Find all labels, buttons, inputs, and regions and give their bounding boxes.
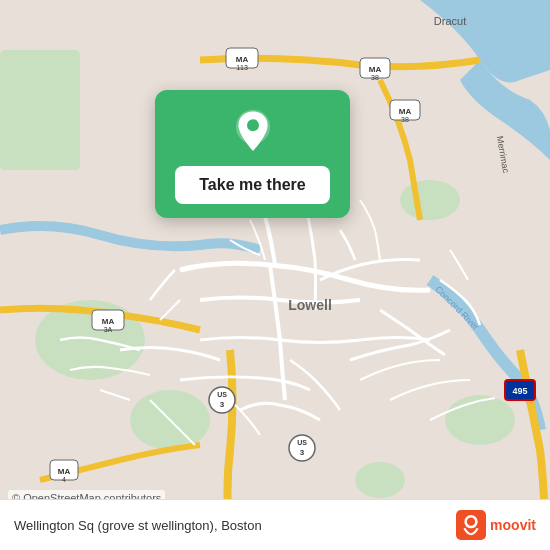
svg-point-6: [355, 462, 405, 498]
svg-text:3: 3: [220, 400, 225, 409]
svg-text:495: 495: [512, 386, 527, 396]
moovit-icon: [456, 510, 486, 540]
svg-text:US: US: [297, 439, 307, 446]
take-me-there-button[interactable]: Take me there: [175, 166, 330, 204]
map-container: MA 113 MA 38 MA 38 MA 3A US 3 US 3 MA 4 …: [0, 0, 550, 550]
svg-text:MA: MA: [236, 55, 249, 64]
popup-card: Take me there: [155, 90, 350, 218]
svg-text:MA: MA: [58, 467, 71, 476]
svg-text:113: 113: [236, 64, 248, 71]
svg-point-38: [467, 518, 475, 526]
pin-icon: [229, 108, 277, 156]
svg-rect-4: [0, 50, 80, 170]
svg-point-35: [247, 119, 259, 131]
svg-text:38: 38: [401, 116, 409, 123]
svg-text:4: 4: [62, 476, 66, 483]
svg-point-5: [445, 395, 515, 445]
svg-text:MA: MA: [369, 65, 382, 74]
svg-text:MA: MA: [399, 107, 412, 116]
svg-point-3: [400, 180, 460, 220]
svg-text:3: 3: [300, 448, 305, 457]
svg-text:Dracut: Dracut: [434, 15, 466, 27]
location-label: Wellington Sq (grove st wellington), Bos…: [14, 518, 262, 533]
svg-text:MA: MA: [102, 317, 115, 326]
svg-text:3A: 3A: [104, 326, 113, 333]
svg-text:38: 38: [371, 74, 379, 81]
svg-text:US: US: [217, 391, 227, 398]
bottom-bar: Wellington Sq (grove st wellington), Bos…: [0, 499, 550, 550]
moovit-text: moovit: [490, 517, 536, 533]
map-svg: MA 113 MA 38 MA 38 MA 3A US 3 US 3 MA 4 …: [0, 0, 550, 550]
moovit-logo: moovit: [456, 510, 536, 540]
svg-text:Lowell: Lowell: [288, 297, 332, 313]
